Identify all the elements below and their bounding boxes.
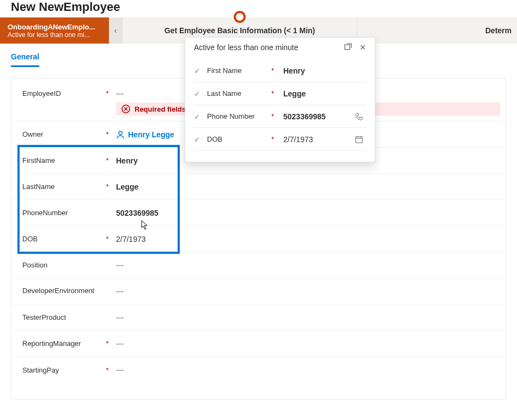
owner-name: Henry Legge (128, 130, 174, 139)
flyout-phone: ✓ Phone Number * 5023369985 (194, 105, 366, 128)
value-pay[interactable]: --- (111, 366, 500, 374)
field-pay: StartingPay * --- (11, 357, 506, 383)
label-last-name: LastName (22, 182, 104, 191)
value-dev-env[interactable]: --- (111, 287, 500, 296)
value-last-name[interactable]: Legge (111, 182, 500, 191)
label-manager: ReportingManager (22, 339, 104, 348)
required-mark: * (104, 182, 111, 191)
flyout-label-first: First Name (207, 66, 267, 75)
value-dob[interactable]: 2/7/1973 (111, 235, 500, 244)
label-pay: StartingPay (22, 366, 104, 374)
check-icon: ✓ (194, 66, 203, 75)
flyout-header: Active for less than one minute ✕ (194, 43, 366, 59)
value-tester[interactable]: --- (111, 313, 500, 322)
check-icon: ✓ (194, 135, 203, 144)
required-mark: * (104, 156, 111, 165)
phone-icon[interactable] (355, 113, 366, 120)
page-title: New NewEmployee (0, 0, 517, 17)
field-phone: PhoneNumber 5023369985 (11, 200, 506, 226)
required-mark: * (271, 66, 276, 75)
flyout-value-dob[interactable]: 2/7/1973 (280, 135, 351, 144)
flyout-last-name: ✓ Last Name * Legge (194, 82, 366, 105)
flyout-label-phone: Phone Number (207, 112, 267, 120)
stage-future-label: Determ (485, 26, 512, 35)
stage-active-name: OnboardingANewEmplo... (8, 23, 101, 31)
label-first-name: FirstName (22, 156, 104, 165)
flyout-label-last: Last Name (207, 89, 267, 98)
close-icon[interactable]: ✕ (360, 43, 366, 52)
field-dev-env: DeveloperEnvironment --- (11, 278, 506, 305)
required-mark: * (271, 135, 276, 143)
svg-point-3 (119, 131, 122, 135)
check-icon: ✓ (194, 89, 203, 98)
stage-flyout: Active for less than one minute ✕ ✓ Firs… (185, 37, 375, 162)
value-manager[interactable]: --- (111, 339, 500, 348)
error-icon (121, 105, 130, 113)
stage-active[interactable]: OnboardingANewEmplo... Active for less t… (0, 17, 109, 44)
required-mark: * (271, 89, 276, 98)
label-employee-id: EmployeeID (22, 89, 104, 98)
field-manager: ReportingManager * --- (11, 331, 506, 357)
field-tester: TesterProduct --- (11, 305, 506, 331)
label-position: Position (22, 261, 104, 269)
flyout-dob: ✓ DOB * 2/7/1973 (194, 128, 366, 151)
flyout-label-dob: DOB (207, 135, 267, 143)
check-icon: ✓ (194, 112, 203, 121)
required-mark: * (104, 89, 111, 98)
field-position: Position --- (11, 252, 506, 278)
svg-rect-4 (345, 45, 350, 50)
field-last-name: LastName * Legge (11, 174, 506, 200)
mouse-cursor-icon (141, 220, 149, 230)
stage-collapse-button[interactable]: ‹ (109, 17, 122, 44)
error-text: Required fields (135, 105, 186, 113)
svg-rect-5 (356, 137, 362, 143)
flyout-value-phone[interactable]: 5023369985 (280, 112, 351, 121)
flyout-value-first[interactable]: Henry (280, 66, 351, 75)
stage-next-label: Get Employee Basic Information (< 1 Min) (165, 26, 315, 35)
flyout-title: Active for less than one minute (194, 43, 298, 52)
person-icon (116, 130, 125, 139)
calendar-icon[interactable] (355, 136, 366, 143)
tab-general[interactable]: General (11, 52, 39, 67)
required-mark: * (104, 130, 111, 138)
required-mark: * (104, 366, 111, 374)
label-dev-env: DeveloperEnvironment (22, 287, 104, 296)
stage-active-sub: Active for less than one mi... (8, 31, 101, 39)
required-mark: * (104, 235, 111, 243)
label-phone: PhoneNumber (22, 209, 104, 217)
field-dob: DOB * 2/7/1973 (11, 226, 506, 252)
value-position[interactable]: --- (111, 261, 500, 270)
label-tester: TesterProduct (22, 313, 104, 321)
flyout-value-last[interactable]: Legge (280, 89, 351, 98)
stage-indicator-icon (234, 11, 246, 23)
stage-future[interactable]: Determ (357, 17, 517, 44)
required-mark: * (271, 112, 276, 120)
popout-icon[interactable] (344, 43, 352, 52)
label-dob: DOB (22, 235, 104, 243)
flyout-first-name: ✓ First Name * Henry (194, 59, 366, 82)
required-mark: * (104, 339, 111, 348)
label-owner: Owner (22, 130, 104, 138)
value-phone[interactable]: 5023369985 (111, 209, 500, 217)
